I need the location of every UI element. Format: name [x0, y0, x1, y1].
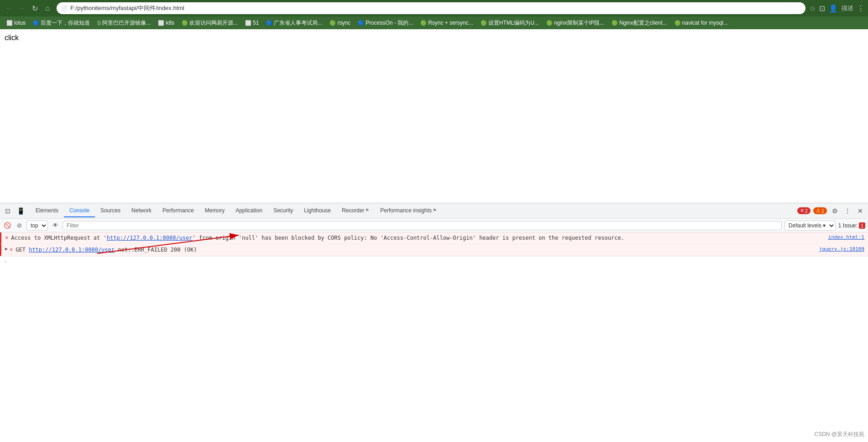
bookmark-lotus[interactable]: ⬜ lotus: [4, 19, 28, 27]
console-area: 🚫 ⊘ top 👁 Default levels ▾ 1 Issue: 1 ✕ …: [0, 219, 868, 335]
profile-button[interactable]: 👤: [829, 4, 838, 13]
tab-sources[interactable]: Sources: [95, 205, 126, 217]
console-error-message-1: ✕ Access to XMLHttpRequest at 'http://12…: [0, 232, 868, 244]
devtools-toolbar: ⊡ 📱 Elements Console Sources Network Per…: [0, 203, 868, 219]
tab-console[interactable]: Console: [64, 205, 95, 217]
warning-icon: ⚠: [816, 208, 821, 214]
issue-count: 1: [859, 222, 865, 229]
menu-label: 描述: [842, 4, 853, 12]
prompt-chevron-icon: ›: [4, 258, 7, 265]
nav-buttons: ← → ↻ ⌂: [4, 3, 53, 14]
error-x-icon: ✕: [800, 208, 804, 214]
default-levels-selector[interactable]: Default levels ▾: [784, 221, 836, 231]
tab-performance[interactable]: Performance: [157, 205, 199, 217]
bookmark-html[interactable]: 🟢 设置HTML编码为U...: [478, 18, 542, 28]
error-icon-2: ✕: [10, 246, 13, 253]
address-bar[interactable]: 📄 F:/pythonitems/myfastapi/中间件/index.htm…: [57, 2, 805, 14]
tab-security[interactable]: Security: [268, 205, 298, 217]
bookmarks-bar: ⬜ lotus 🔵 百度一下，你就知道 ⟨⟩ 阿里巴巴开源镜像... ⬜ k8s…: [0, 16, 868, 29]
bookmark-nginx1[interactable]: 🟢 nginx限制某个IP阻...: [544, 18, 607, 28]
tab-lighthouse[interactable]: Lighthouse: [298, 205, 336, 217]
devtools-panel: ⊡ 📱 Elements Console Sources Network Per…: [0, 203, 868, 335]
tab-memory[interactable]: Memory: [199, 205, 230, 217]
bookmark-rsync2-icon: 🟢: [420, 20, 427, 26]
error-link-2[interactable]: http://127.0.0.1:8080/user: [29, 247, 115, 253]
bookmark-rsync-icon: 🟢: [329, 20, 336, 26]
page-content: click: [0, 29, 868, 203]
console-toolbar: 🚫 ⊘ top 👁 Default levels ▾ 1 Issue: 1: [0, 219, 868, 232]
bookmark-nginx1-icon: 🟢: [546, 20, 553, 26]
error-source-2: jquery.js:10109: [815, 246, 864, 252]
home-button[interactable]: ⌂: [42, 3, 53, 14]
insights-flag-icon: ⚑: [433, 208, 437, 213]
bookmark-nginx2-icon: 🟢: [612, 20, 618, 26]
bookmark-lotus-icon: ⬜: [6, 20, 13, 26]
device-toggle-button[interactable]: 📱: [16, 206, 26, 216]
bookmark-rsync[interactable]: 🟢 rsync: [327, 19, 353, 27]
bookmark-processon[interactable]: 🔵 ProcessOn - 我的...: [355, 18, 416, 28]
recorder-flag-icon: ⚑: [365, 208, 369, 213]
tab-recorder[interactable]: Recorder ⚑: [336, 205, 375, 217]
close-devtools-button[interactable]: ✕: [855, 206, 865, 216]
clear-console-button[interactable]: 🚫: [3, 221, 12, 230]
console-error-message-2: ▶ ✕ GET http://127.0.0.1:8080/user net::…: [0, 244, 868, 256]
bookmark-51[interactable]: ⬜ 51: [242, 19, 261, 27]
error-link-1[interactable]: http://127.0.0.1:8080/user: [107, 235, 193, 241]
back-button[interactable]: ←: [4, 3, 15, 14]
context-selector[interactable]: top: [26, 221, 48, 231]
eye-button[interactable]: 👁: [51, 221, 60, 230]
bookmark-alibaba[interactable]: ⟨⟩ 阿里巴巴开源镜像...: [94, 18, 153, 28]
expand-arrow-icon[interactable]: ▶: [5, 246, 8, 251]
error-text-2: GET http://127.0.0.1:8080/user net::ERR_…: [16, 246, 814, 254]
console-filter-input[interactable]: [63, 221, 782, 230]
bookmark-k8s[interactable]: ⬜ k8s: [155, 19, 177, 27]
bookmark-navicat-icon: 🟢: [675, 20, 681, 26]
error-icon-1: ✕: [5, 234, 8, 241]
star-button[interactable]: ☆: [809, 4, 816, 13]
warning-count-badge: ⚠ 1: [813, 207, 827, 214]
bookmark-baidu-icon: 🔵: [33, 20, 39, 26]
tab-application[interactable]: Application: [230, 205, 268, 217]
issue-badge: 1 Issue: 1: [838, 222, 865, 229]
browser-chrome: ← → ↻ ⌂ 📄 F:/pythonitems/myfastapi/中间件/i…: [0, 0, 868, 29]
bookmark-wangyi-icon: 🟢: [182, 20, 188, 26]
forward-button[interactable]: →: [16, 3, 27, 14]
inspect-element-button[interactable]: ⊡: [3, 206, 13, 216]
tab-elements[interactable]: Elements: [30, 205, 64, 217]
more-button[interactable]: ⋮: [857, 4, 864, 13]
bookmark-k8s-icon: ⬜: [158, 20, 164, 26]
error-source-link-1[interactable]: index.html:1: [828, 234, 864, 240]
more-options-button[interactable]: ⋮: [842, 206, 852, 216]
error-source-link-2[interactable]: jquery.js:10109: [819, 246, 864, 252]
reload-button[interactable]: ↻: [29, 3, 40, 14]
bookmark-guangdong[interactable]: 🔵 广东省人事考试局...: [263, 18, 325, 28]
bookmark-baidu[interactable]: 🔵 百度一下，你就知道: [30, 18, 93, 28]
devtools-icon-group: ⊡ 📱: [3, 206, 26, 216]
tab-performance-insights[interactable]: Performance insights ⚑: [375, 205, 442, 217]
address-text: F:/pythonitems/myfastapi/中间件/index.html: [70, 4, 801, 12]
file-icon: 📄: [61, 5, 68, 11]
settings-button[interactable]: ⚙: [830, 206, 840, 216]
devtools-right-actions: ✕ 2 ⚠ 1 ⚙ ⋮ ✕: [797, 206, 865, 216]
error-text-1: Access to XMLHttpRequest at 'http://127.…: [11, 234, 823, 242]
bookmark-nginx2[interactable]: 🟢 Nginx配置之client...: [609, 18, 670, 28]
browser-actions: ☆ ⊡ 👤 描述 ⋮: [809, 4, 864, 13]
console-prompt: ›: [0, 256, 868, 267]
bookmark-guangdong-icon: 🔵: [266, 20, 272, 26]
error-source-1: index.html:1: [824, 234, 864, 240]
console-messages: ✕ Access to XMLHttpRequest at 'http://12…: [0, 232, 868, 335]
tab-search-button[interactable]: ⊡: [819, 4, 825, 13]
bookmark-html-icon: 🟢: [481, 20, 487, 26]
bookmark-alibaba-icon: ⟨⟩: [97, 20, 101, 26]
bookmark-rsync2[interactable]: 🟢 Rsync + sersync...: [418, 19, 476, 27]
bookmark-wangyi[interactable]: 🟢 欢迎访问网易开源...: [179, 18, 241, 28]
bookmark-51-icon: ⬜: [245, 20, 251, 26]
click-text: click: [5, 34, 19, 42]
bookmark-navicat[interactable]: 🟢 navicat for mysql...: [672, 19, 731, 27]
top-bar: ← → ↻ ⌂ 📄 F:/pythonitems/myfastapi/中间件/i…: [0, 0, 868, 16]
error-count-badge: ✕ 2: [797, 207, 810, 214]
console-filter-button[interactable]: ⊘: [15, 221, 24, 230]
tab-network[interactable]: Network: [126, 205, 157, 217]
devtools-tabs: Elements Console Sources Network Perform…: [30, 205, 797, 217]
bookmark-processon-icon: 🔵: [358, 20, 364, 26]
